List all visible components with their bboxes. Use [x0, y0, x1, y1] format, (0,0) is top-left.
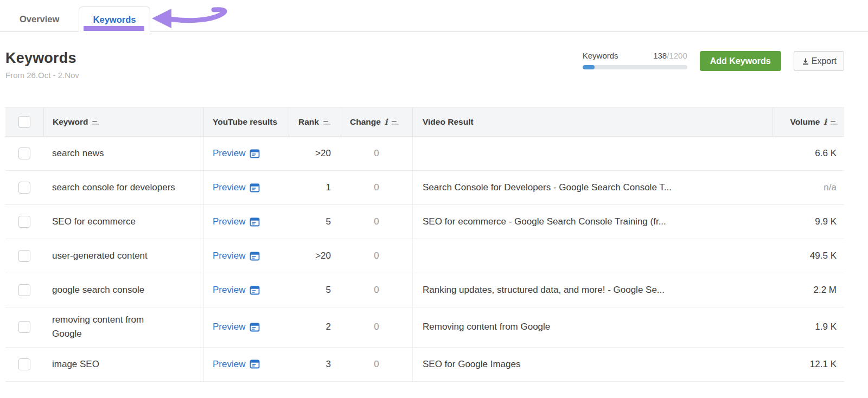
preview-cell: Preview — [203, 348, 289, 381]
table-row: SEO for ecommerce Preview 5 0 SEO for ec… — [5, 205, 844, 239]
rank-value: 2 — [289, 307, 341, 347]
preview-label: Preview — [213, 285, 245, 296]
preview-label: Preview — [213, 359, 245, 370]
volume-value: 1.9 K — [773, 307, 844, 347]
row-checkbox[interactable] — [18, 358, 30, 370]
keywords-table: Keyword YouTube results Rank Change i Vi… — [5, 107, 844, 382]
keyword-cell: google search console — [43, 273, 203, 307]
column-header-change[interactable]: Change i — [341, 108, 412, 136]
volume-value: 12.1 K — [773, 348, 844, 381]
volume-value: 2.2 M — [773, 273, 844, 307]
keyword-cell: user-generated content — [43, 239, 203, 273]
column-header-youtube-results: YouTube results — [203, 108, 289, 136]
sort-icon — [831, 121, 838, 125]
keyword-cell: image SEO — [43, 348, 203, 381]
video-result-value — [412, 137, 773, 170]
rank-value: 5 — [289, 273, 341, 307]
row-checkbox[interactable] — [18, 147, 30, 159]
tab-keywords-label: Keywords — [93, 15, 136, 25]
preview-label: Preview — [213, 216, 245, 227]
preview-window-icon — [250, 360, 260, 369]
page-content: Keywords From 26.Oct - 2.Nov Keywords 13… — [0, 50, 868, 382]
rank-value: 1 — [289, 171, 341, 204]
row-checkbox-cell — [5, 348, 43, 381]
row-checkbox-cell — [5, 205, 43, 239]
volume-value: n/a — [773, 171, 844, 204]
add-keywords-button[interactable]: Add Keywords — [700, 51, 781, 71]
tab-overview-label: Overview — [20, 14, 59, 24]
preview-link[interactable]: Preview — [213, 182, 260, 193]
page-title: Keywords — [5, 50, 79, 67]
row-checkbox-cell — [5, 137, 43, 170]
row-checkbox-cell — [5, 171, 43, 204]
row-checkbox[interactable] — [18, 250, 30, 262]
keywords-progress-fill — [583, 65, 595, 69]
row-checkbox-cell — [5, 307, 43, 347]
table-row: user-generated content Preview >20 0 49.… — [5, 239, 844, 273]
volume-value: 6.6 K — [773, 137, 844, 170]
column-header-rank[interactable]: Rank — [289, 108, 341, 136]
preview-link[interactable]: Preview — [213, 285, 260, 296]
preview-window-icon — [250, 183, 260, 192]
preview-label: Preview — [213, 322, 245, 332]
column-header-video-result: Video Result — [412, 108, 773, 136]
change-value: 0 — [341, 239, 412, 273]
table-header-row: Keyword YouTube results Rank Change i Vi… — [5, 107, 844, 137]
keyword-cell: search console for developers — [43, 171, 203, 204]
preview-link[interactable]: Preview — [213, 216, 260, 227]
keyword-cell: SEO for ecommerce — [43, 205, 203, 239]
row-checkbox-cell — [5, 239, 43, 273]
volume-header-label: Volume — [790, 117, 820, 127]
limit-label: Keywords — [583, 51, 618, 60]
preview-cell: Preview — [203, 171, 289, 204]
table-row: search console for developers Preview 1 … — [5, 171, 844, 205]
tab-keywords[interactable]: Keywords — [79, 7, 150, 32]
table-row: image SEO Preview 3 0 SEO for Google Ima… — [5, 348, 844, 382]
table-row: google search console Preview 5 0 Rankin… — [5, 273, 844, 307]
column-header-volume[interactable]: Volume i — [773, 108, 844, 136]
purple-highlight-underline — [84, 26, 144, 31]
header-controls: Keywords 138/1200 Add Keywords Export — [583, 50, 844, 71]
tab-overview[interactable]: Overview — [11, 7, 68, 31]
limit-total: /1200 — [667, 51, 687, 60]
youtube-results-header-label: YouTube results — [213, 117, 277, 127]
row-checkbox[interactable] — [18, 284, 30, 296]
rank-header-label: Rank — [298, 117, 319, 127]
row-checkbox[interactable] — [18, 182, 30, 194]
title-block: Keywords From 26.Oct - 2.Nov — [5, 50, 79, 80]
change-value: 0 — [341, 273, 412, 307]
video-result-value: SEO for ecommerce - Google Search Consol… — [412, 205, 773, 239]
export-label: Export — [812, 56, 837, 66]
change-header-label: Change — [350, 117, 381, 127]
row-checkbox-cell — [5, 273, 43, 307]
purple-annotation-arrow-icon — [150, 7, 233, 30]
video-result-value: Removing content from Google — [412, 307, 773, 347]
volume-value: 9.9 K — [773, 205, 844, 239]
preview-link[interactable]: Preview — [213, 251, 260, 261]
download-icon — [801, 57, 810, 66]
preview-link[interactable]: Preview — [213, 322, 260, 332]
export-button[interactable]: Export — [794, 51, 844, 71]
table-row: removing content from Google Preview 2 0… — [5, 307, 844, 348]
preview-label: Preview — [213, 182, 245, 193]
change-value: 0 — [341, 348, 412, 381]
preview-cell: Preview — [203, 205, 289, 239]
video-result-value: SEO for Google Images — [412, 348, 773, 381]
row-checkbox[interactable] — [18, 321, 30, 333]
keyword-cell: removing content from Google — [43, 307, 203, 347]
rank-value: 5 — [289, 205, 341, 239]
keywords-limit-widget: Keywords 138/1200 — [583, 51, 687, 69]
limit-used: 138 — [653, 51, 667, 60]
info-icon: i — [385, 118, 388, 126]
select-all-checkbox[interactable] — [18, 116, 30, 128]
preview-link[interactable]: Preview — [213, 359, 260, 370]
video-result-value: Search Console for Developers - Google S… — [412, 171, 773, 204]
column-header-keyword[interactable]: Keyword — [43, 108, 203, 136]
row-checkbox[interactable] — [18, 216, 30, 228]
preview-window-icon — [250, 217, 260, 227]
preview-window-icon — [250, 149, 260, 158]
preview-link[interactable]: Preview — [213, 148, 260, 159]
keywords-progress-track — [583, 65, 687, 69]
video-result-value: Ranking updates, structured data, and mo… — [412, 273, 773, 307]
tab-bar: Overview Keywords — [0, 0, 868, 32]
